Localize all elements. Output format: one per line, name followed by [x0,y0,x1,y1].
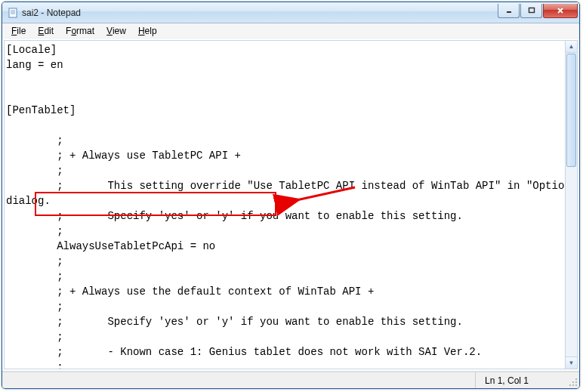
svg-rect-5 [529,8,534,13]
app-icon [7,7,19,19]
window-title: sai2 - Notepad [22,8,498,18]
content-area: [Locale] lang = en [PenTablet] ; ; + Alw… [2,39,579,372]
statusbar: Ln 1, Col 1 [2,372,579,388]
svg-point-11 [575,381,577,383]
menu-file[interactable]: File [5,24,32,38]
svg-point-9 [572,384,574,386]
maximize-button[interactable] [520,4,542,18]
window-controls [498,4,578,18]
svg-rect-0 [9,8,17,17]
titlebar[interactable]: sai2 - Notepad [2,2,579,23]
notepad-window: sai2 - Notepad File Edit Format View Hel… [2,2,580,389]
svg-point-10 [569,384,571,386]
svg-point-8 [575,384,577,386]
menu-help[interactable]: Help [132,24,163,38]
vertical-scrollbar[interactable]: ▲ ▼ [566,40,578,369]
svg-point-13 [575,378,577,380]
menu-edit[interactable]: Edit [32,24,60,38]
svg-point-12 [572,381,574,383]
scroll-up-button[interactable]: ▲ [566,41,577,53]
scroll-down-button[interactable]: ▼ [566,357,577,369]
resize-grip-icon[interactable] [566,372,579,388]
status-cursor-pos: Ln 1, Col 1 [475,372,566,388]
menubar: File Edit Format View Help [2,23,579,39]
minimize-button[interactable] [498,4,520,18]
text-editor[interactable]: [Locale] lang = en [PenTablet] ; ; + Alw… [4,40,566,369]
scroll-thumb[interactable] [566,54,576,167]
menu-format[interactable]: Format [60,24,100,38]
close-button[interactable] [543,4,578,18]
menu-view[interactable]: View [100,24,132,38]
